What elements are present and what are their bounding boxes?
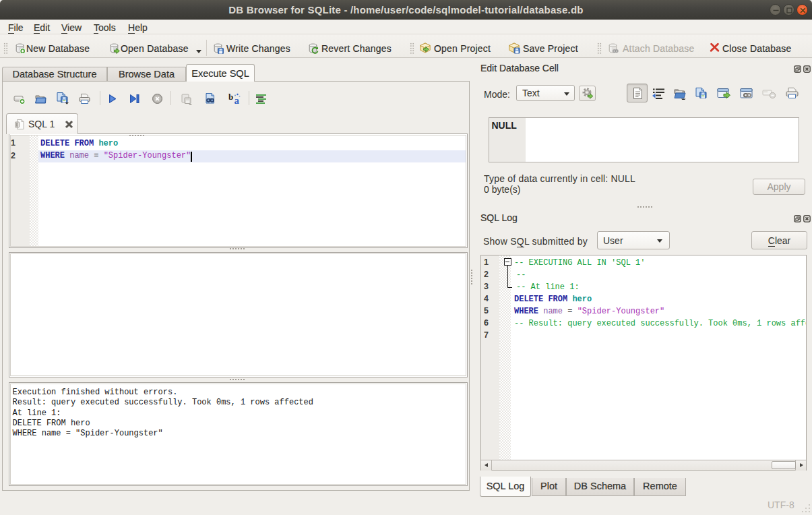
svg-text:a: a — [235, 95, 240, 104]
svg-text:b: b — [228, 92, 233, 102]
